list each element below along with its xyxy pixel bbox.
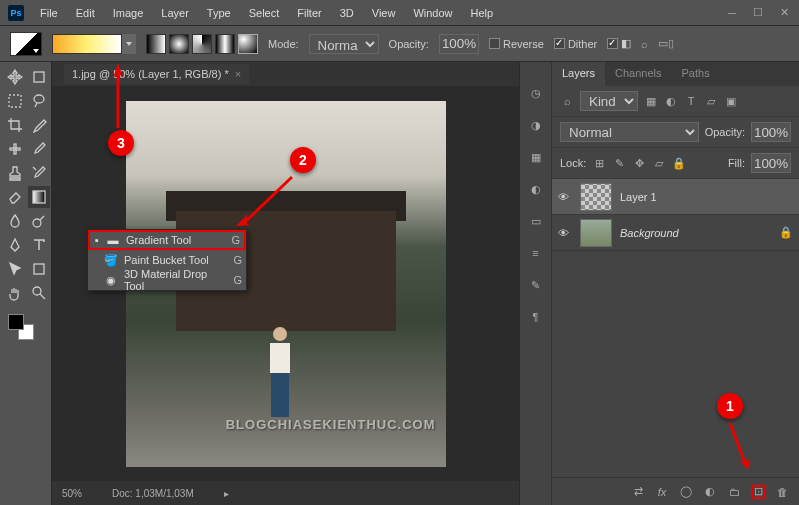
menu-layer[interactable]: Layer	[153, 3, 197, 23]
transparency-checkbox[interactable]: ◧	[607, 37, 631, 50]
layer-name[interactable]: Layer 1	[620, 191, 793, 203]
brushes-panel-icon[interactable]: ✎	[527, 276, 545, 294]
flyout-gradient-tool[interactable]: ▪ ▬ Gradient Tool G	[88, 230, 246, 250]
layer-mask-icon[interactable]: ◯	[679, 485, 693, 499]
flyout-3d-material-tool[interactable]: ◉ 3D Material Drop Tool G	[88, 270, 246, 290]
filter-smart-icon[interactable]: ▣	[724, 95, 738, 108]
history-brush-tool[interactable]	[28, 162, 50, 184]
filter-pixel-icon[interactable]: ▦	[644, 95, 658, 108]
menu-type[interactable]: Type	[199, 3, 239, 23]
layer-fx-icon[interactable]: fx	[655, 485, 669, 499]
flyout-shortcut: G	[233, 254, 242, 266]
menu-3d[interactable]: 3D	[332, 3, 362, 23]
fill-input[interactable]	[751, 153, 791, 173]
opacity-input[interactable]	[439, 34, 479, 54]
tab-channels[interactable]: Channels	[605, 62, 671, 86]
zoom-tool[interactable]	[28, 282, 50, 304]
tab-paths[interactable]: Paths	[672, 62, 720, 86]
workspace-icon[interactable]: ▭▯	[658, 37, 674, 50]
visibility-toggle[interactable]: 👁	[558, 191, 572, 203]
pen-tool[interactable]	[4, 234, 26, 256]
dodge-tool[interactable]	[28, 210, 50, 232]
menu-window[interactable]: Window	[405, 3, 460, 23]
menu-edit[interactable]: Edit	[68, 3, 103, 23]
lasso-tool[interactable]	[28, 90, 50, 112]
paragraphs-panel-icon[interactable]: ¶	[527, 308, 545, 326]
marquee-tool[interactable]	[4, 90, 26, 112]
menu-image[interactable]: Image	[105, 3, 152, 23]
gradient-linear[interactable]	[146, 34, 166, 54]
new-layer-icon[interactable]: ⊡	[751, 485, 765, 499]
hand-tool[interactable]	[4, 282, 26, 304]
gradient-tool[interactable]	[28, 186, 50, 208]
gradient-preview[interactable]	[52, 34, 122, 54]
gradient-diamond[interactable]	[238, 34, 258, 54]
tab-layers[interactable]: Layers	[552, 62, 605, 86]
type-tool[interactable]	[28, 234, 50, 256]
crop-tool[interactable]	[4, 114, 26, 136]
search-icon[interactable]: ⌕	[641, 38, 648, 50]
eyedropper-tool[interactable]	[28, 114, 50, 136]
adjustment-layer-icon[interactable]: ◐	[703, 485, 717, 499]
adjustments-panel-icon[interactable]: ◐	[527, 180, 545, 198]
layer-name[interactable]: Background	[620, 227, 771, 239]
layer-opacity-input[interactable]	[751, 122, 791, 142]
history-panel-icon[interactable]: ◷	[527, 84, 545, 102]
path-selection-tool[interactable]	[4, 258, 26, 280]
lock-pixels-icon[interactable]: ✎	[612, 157, 626, 170]
lock-artboard-icon[interactable]: ▱	[652, 157, 666, 170]
layer-thumbnail[interactable]	[580, 183, 612, 211]
menu-file[interactable]: File	[32, 3, 66, 23]
filter-shape-icon[interactable]: ▱	[704, 95, 718, 108]
gradient-picker-dropdown[interactable]	[122, 34, 136, 54]
properties-panel-icon[interactable]: ≡	[527, 244, 545, 262]
link-layers-icon[interactable]: ⇄	[631, 485, 645, 499]
color-swatches[interactable]	[4, 314, 50, 344]
eraser-tool[interactable]	[4, 186, 26, 208]
minimize-button[interactable]: ─	[725, 6, 739, 20]
menu-help[interactable]: Help	[463, 3, 502, 23]
gradient-angle[interactable]	[192, 34, 212, 54]
lock-position-icon[interactable]: ✥	[632, 157, 646, 170]
tool-preset-picker[interactable]	[10, 32, 42, 56]
foreground-color[interactable]	[8, 314, 24, 330]
delete-layer-icon[interactable]: 🗑	[775, 485, 789, 499]
gradient-reflected[interactable]	[215, 34, 235, 54]
lock-transparency-icon[interactable]: ⊞	[592, 157, 606, 170]
lock-all-icon[interactable]: 🔒	[672, 157, 686, 170]
filter-adjustment-icon[interactable]: ◐	[664, 95, 678, 108]
maximize-button[interactable]: ☐	[751, 6, 765, 20]
menu-view[interactable]: View	[364, 3, 404, 23]
flyout-paint-bucket-tool[interactable]: 🪣 Paint Bucket Tool G	[88, 250, 246, 270]
mode-select[interactable]: Normal	[309, 34, 379, 54]
blur-tool[interactable]	[4, 210, 26, 232]
stamp-tool[interactable]	[4, 162, 26, 184]
blend-mode-select[interactable]: Normal	[560, 122, 699, 142]
filter-type-icon[interactable]: T	[684, 95, 698, 107]
artboard-tool[interactable]	[28, 66, 50, 88]
gradient-radial[interactable]	[169, 34, 189, 54]
filter-kind-select[interactable]: Kind	[580, 91, 638, 111]
close-window-button[interactable]: ✕	[777, 6, 791, 20]
color-panel-icon[interactable]: ◑	[527, 116, 545, 134]
collapsed-panels: ◷ ◑ ▦ ◐ ▭ ≡ ✎ ¶	[520, 62, 552, 505]
status-arrow-icon[interactable]: ▸	[224, 488, 229, 499]
swatches-panel-icon[interactable]: ▦	[527, 148, 545, 166]
menu-filter[interactable]: Filter	[289, 3, 329, 23]
shape-tool[interactable]	[28, 258, 50, 280]
brush-tool[interactable]	[28, 138, 50, 160]
group-icon[interactable]: 🗀	[727, 485, 741, 499]
visibility-toggle[interactable]: 👁	[558, 227, 572, 239]
layer-thumbnail[interactable]	[580, 219, 612, 247]
zoom-level[interactable]: 50%	[62, 488, 82, 499]
layer-row[interactable]: 👁 Background 🔒	[552, 215, 799, 251]
healing-tool[interactable]	[4, 138, 26, 160]
tab-close-button[interactable]: ×	[235, 68, 241, 80]
layer-row[interactable]: 👁 Layer 1	[552, 179, 799, 215]
document-tab[interactable]: 1.jpg @ 50% (Layer 1, RGB/8) * ×	[64, 64, 249, 84]
reverse-checkbox[interactable]: Reverse	[489, 38, 544, 50]
dither-checkbox[interactable]: Dither	[554, 38, 597, 50]
move-tool[interactable]	[4, 66, 26, 88]
libraries-panel-icon[interactable]: ▭	[527, 212, 545, 230]
menu-select[interactable]: Select	[241, 3, 288, 23]
